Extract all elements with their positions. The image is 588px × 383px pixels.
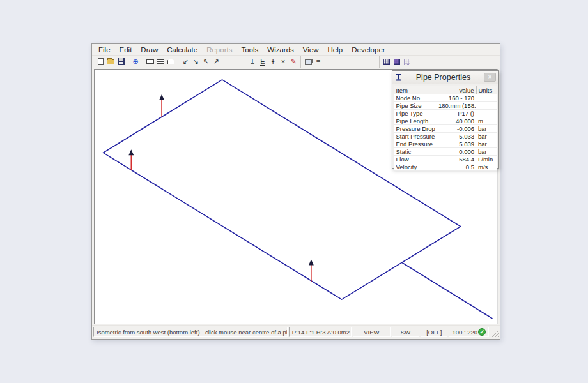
elevation-icon[interactable]: E	[258, 57, 268, 67]
property-row[interactable]: End Pressure5.039bar	[394, 140, 497, 148]
menu-reports: Reports	[202, 45, 236, 55]
draw-line-sw-icon[interactable]: ↙	[180, 57, 190, 67]
prop-units	[476, 110, 497, 117]
prop-value: 0.000	[437, 148, 476, 156]
toolbar-group: ⊕	[128, 56, 143, 68]
property-row[interactable]: Velocity0.5m/s	[394, 163, 497, 171]
table-header-row: Item Value Units	[394, 86, 497, 94]
draw-tank-icon[interactable]	[166, 57, 176, 67]
copy-icon[interactable]	[303, 57, 313, 67]
notes-lines-icon[interactable]: ≡	[313, 57, 323, 67]
prop-units: m	[476, 117, 497, 125]
menu-edit[interactable]: Edit	[115, 45, 137, 55]
menu-developer[interactable]: Developer	[347, 45, 389, 55]
prop-item: Flow	[394, 156, 437, 163]
prop-value: -584.4	[437, 156, 476, 163]
prop-value: 180.mm (158.90)	[437, 102, 476, 110]
flow-arrow-head	[128, 149, 134, 155]
grid-show-icon[interactable]	[382, 57, 392, 67]
menu-calculate[interactable]: Calculate	[162, 45, 202, 55]
prop-item: Static	[394, 148, 437, 156]
ok-check-icon: ✓	[478, 328, 486, 336]
prop-units: bar	[476, 148, 497, 156]
status-message: Isometric from south west (bottom left) …	[93, 327, 288, 337]
menu-help[interactable]: Help	[323, 45, 348, 55]
prop-units: bar	[476, 125, 497, 133]
property-row[interactable]: Pipe Length40.000m	[394, 117, 497, 125]
status-grid-state[interactable]: [OFF]	[421, 327, 447, 337]
column-header-units[interactable]: Units	[476, 86, 497, 94]
prop-value: 5.033	[437, 133, 476, 140]
grid-fill-icon[interactable]	[392, 57, 402, 67]
flow-arrow-head	[309, 260, 314, 266]
toolbar-group: ≡	[300, 56, 325, 68]
open-file-icon[interactable]	[105, 57, 116, 67]
prop-item: Velocity	[394, 163, 437, 171]
menu-wizards[interactable]: Wizards	[263, 45, 298, 55]
pipe-properties-panel[interactable]: Pipe Properties × Item Value Units Node …	[392, 70, 499, 169]
save-icon[interactable]	[116, 57, 126, 67]
grid-dots-icon[interactable]	[402, 57, 412, 67]
copy-icon	[305, 59, 312, 65]
delete-item-icon[interactable]: ×	[278, 57, 288, 67]
status-zoom-ratio[interactable]: 100 : 220 ✓	[449, 327, 489, 337]
prop-value: 40.000	[437, 117, 476, 125]
prop-item: Pipe Size	[394, 102, 437, 110]
resize-grip[interactable]	[490, 329, 499, 337]
status-orientation[interactable]: SW	[392, 327, 419, 337]
menubar: FileEditDrawCalculateReportsToolsWizards…	[92, 44, 500, 56]
toolbar-group	[379, 56, 414, 68]
prop-item: Node No	[394, 94, 437, 102]
property-row[interactable]: Static0.000bar	[394, 148, 497, 156]
grid-fill-icon	[394, 59, 400, 65]
panel-title: Pipe Properties	[403, 73, 484, 82]
toolbar-group	[143, 56, 178, 68]
menu-view[interactable]: View	[298, 45, 323, 55]
prop-value: -0.006	[437, 125, 476, 133]
draw-duct-rect-icon[interactable]	[155, 57, 166, 67]
prop-units	[476, 102, 497, 110]
property-row[interactable]: Node No160 - 170	[394, 94, 497, 102]
property-row[interactable]: Start Pressure5.033bar	[394, 133, 497, 140]
grid-dots-icon	[404, 59, 410, 65]
prop-units	[476, 94, 497, 102]
close-icon[interactable]: ×	[484, 73, 496, 82]
new-file-icon[interactable]	[95, 57, 105, 67]
text-label-icon[interactable]: Ŧ	[268, 57, 278, 67]
branch-pipe[interactable]	[402, 262, 492, 319]
statusbar: Isometric from south west (bottom left) …	[92, 325, 500, 339]
prop-item: Pipe Type	[394, 110, 437, 117]
property-row[interactable]: Flow-584.4L/min	[394, 156, 497, 163]
prop-value: 5.039	[437, 140, 476, 148]
draw-pipe-rect-icon	[146, 59, 154, 64]
pipe-properties-table: Item Value Units Node No160 - 170Pipe Si…	[394, 86, 497, 171]
property-row[interactable]: Pipe Size180.mm (158.90)	[394, 102, 497, 110]
flow-arrow-head	[159, 94, 164, 100]
prop-units: bar	[476, 140, 497, 148]
zoom-icon[interactable]: ⊕	[130, 57, 141, 67]
grid-show-icon	[383, 59, 390, 65]
status-mode[interactable]: VIEW	[353, 327, 391, 337]
property-row[interactable]: Pressure Drop-0.006bar	[394, 125, 497, 133]
plus-node-icon[interactable]: ±	[247, 57, 258, 67]
new-file-icon	[98, 58, 104, 65]
draw-line-ne-icon[interactable]: ↗	[211, 57, 221, 67]
save-icon	[118, 58, 125, 65]
prop-item: Pipe Length	[394, 117, 437, 125]
draw-pipe-rect-icon[interactable]	[145, 57, 155, 67]
open-file-icon	[107, 59, 114, 64]
column-header-item[interactable]: Item	[394, 86, 437, 94]
column-header-value[interactable]: Value	[437, 86, 476, 94]
app-window: FileEditDrawCalculateReportsToolsWizards…	[91, 43, 500, 340]
draw-line-se-icon[interactable]: ↘	[190, 57, 201, 67]
menu-tools[interactable]: Tools	[236, 45, 263, 55]
menu-draw[interactable]: Draw	[136, 45, 162, 55]
pipe-properties-titlebar[interactable]: Pipe Properties ×	[392, 71, 498, 84]
property-row[interactable]: Pipe TypeP17 ()	[394, 110, 497, 117]
prop-value: 0.5	[437, 163, 476, 171]
menu-file[interactable]: File	[94, 45, 115, 55]
pen-annotate-icon[interactable]: ✎	[288, 57, 298, 67]
prop-value: 160 - 170	[437, 94, 476, 102]
zoom-ratio-value: 100 : 220	[452, 327, 477, 337]
draw-line-nw-icon[interactable]: ↖	[201, 57, 211, 67]
